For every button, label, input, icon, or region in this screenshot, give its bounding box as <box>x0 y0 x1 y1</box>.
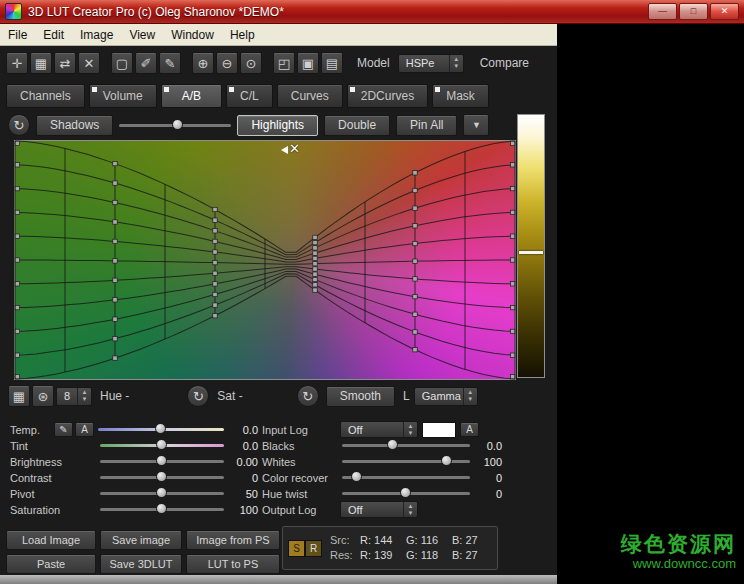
res-sample-swatch[interactable]: R <box>305 540 322 557</box>
slider-track[interactable] <box>342 444 470 447</box>
slider-thumb[interactable] <box>156 439 167 450</box>
menu-item-help[interactable]: Help <box>222 24 263 45</box>
load-image-button[interactable]: Load Image <box>6 530 96 550</box>
tab-cl[interactable]: C/L <box>226 84 273 108</box>
color-recover-slider[interactable] <box>342 470 470 486</box>
grid-divisions-spinner[interactable]: 8 ▲▼ <box>56 387 92 406</box>
input-log-spinner[interactable]: ▲▼ <box>403 422 417 437</box>
slider-thumb[interactable] <box>387 439 398 450</box>
input-log-select[interactable]: Off ▲▼ <box>340 421 418 438</box>
color-recover-row: Color recover 0 <box>262 470 502 485</box>
menu-item-image[interactable]: Image <box>72 24 121 45</box>
mesh-grid-tool-button[interactable]: ▦ <box>30 52 52 74</box>
slider-thumb[interactable] <box>156 471 167 482</box>
ab-color-plane[interactable]: ✕ <box>14 140 516 380</box>
mouse-cursor: ✕ <box>281 141 300 156</box>
src-sample-swatch[interactable]: S <box>288 540 305 557</box>
compare-label[interactable]: Compare <box>480 56 529 70</box>
collapse-tool-button[interactable]: ⇄ <box>54 52 76 74</box>
paste-button[interactable]: Paste <box>6 554 96 574</box>
minimize-button[interactable]: — <box>648 3 677 20</box>
pin-all-button[interactable]: Pin All <box>396 115 457 136</box>
menu-item-file[interactable]: File <box>0 24 35 45</box>
image-from-ps-button[interactable]: Image from PS <box>186 530 280 550</box>
frame-tool-button[interactable]: ◰ <box>273 52 295 74</box>
tab-curves[interactable]: Curves <box>277 84 343 108</box>
temp-slider[interactable] <box>98 422 224 438</box>
temp-pencil-button[interactable]: ✎ <box>54 422 73 437</box>
menu-item-edit[interactable]: Edit <box>35 24 72 45</box>
tab-2dcurves[interactable]: 2DCurves <box>347 84 428 108</box>
menu-item-view[interactable]: View <box>121 24 163 45</box>
lut-to-ps-button[interactable]: LUT to PS <box>186 554 280 574</box>
saturation-slider[interactable] <box>100 502 224 518</box>
tab-ab[interactable]: A/B <box>161 84 222 108</box>
zoom-in-button[interactable]: ⊕ <box>192 52 214 74</box>
sat-reset-button[interactable]: ↻ <box>297 385 319 407</box>
window-resize-border[interactable] <box>0 575 557 584</box>
input-auto-button[interactable]: A <box>460 422 479 437</box>
divisions-spinner-arrows[interactable]: ▲▼ <box>77 388 91 405</box>
close-button[interactable]: ✕ <box>710 3 739 20</box>
delete-tool-button[interactable]: ✕ <box>78 52 100 74</box>
checker-tool-button[interactable]: ▣ <box>297 52 319 74</box>
tint-slider[interactable] <box>100 438 224 454</box>
zoom-fit-button[interactable]: ⊙ <box>240 52 262 74</box>
tab-volume[interactable]: Volume <box>89 84 157 108</box>
luminance-marker[interactable] <box>519 251 543 254</box>
ab-mesh[interactable] <box>15 141 515 379</box>
double-button[interactable]: Double <box>324 115 390 136</box>
tab-mask[interactable]: Mask <box>432 84 489 108</box>
pivot-slider[interactable] <box>100 486 224 502</box>
pivot-row: Pivot 50 <box>10 486 258 501</box>
output-log-select[interactable]: Off ▲▼ <box>340 501 418 518</box>
shadows-highlights-slider[interactable] <box>119 117 231 133</box>
shadows-button[interactable]: Shadows <box>36 115 113 136</box>
gamma-spinner-arrows[interactable]: ▲▼ <box>463 388 477 405</box>
highlights-button[interactable]: Highlights <box>237 115 318 136</box>
marquee-tool-button[interactable]: ▢ <box>111 52 133 74</box>
model-select[interactable]: HSPe ▲▼ <box>398 54 464 73</box>
color-wheel-button[interactable]: ⊛ <box>32 385 54 407</box>
hue-label: Hue - <box>100 389 129 403</box>
tab-channels[interactable]: Channels <box>6 84 85 108</box>
grid-density-button[interactable]: ▦ <box>8 385 30 407</box>
title-bar[interactable]: 3D LUT Creator Pro (c) Oleg Sharonov *DE… <box>0 0 744 24</box>
tab-label: Curves <box>291 89 329 103</box>
color-recover-label: Color recover <box>262 472 340 484</box>
whites-slider[interactable] <box>342 454 470 470</box>
slider-thumb[interactable] <box>441 455 452 466</box>
model-spinner[interactable]: ▲▼ <box>449 55 463 72</box>
slider-thumb[interactable] <box>400 487 411 498</box>
slider-thumb[interactable] <box>156 455 167 466</box>
hue-twist-slider[interactable] <box>342 486 470 502</box>
brightness-slider[interactable] <box>100 454 224 470</box>
reference-color-swatch[interactable] <box>422 422 456 438</box>
sat-label: Sat - <box>217 389 242 403</box>
menu-item-window[interactable]: Window <box>163 24 222 45</box>
zoom-out-button[interactable]: ⊖ <box>216 52 238 74</box>
slider-thumb[interactable] <box>351 471 362 482</box>
slider-thumb[interactable] <box>155 423 166 434</box>
model-label: Model <box>357 56 390 70</box>
grid-options-dropdown-button[interactable]: ▼ <box>463 114 489 136</box>
luminance-bar[interactable] <box>517 114 545 378</box>
hue-reset-button[interactable]: ↻ <box>187 385 209 407</box>
reset-grid-button[interactable]: ↻ <box>8 114 30 136</box>
output-log-spinner[interactable]: ▲▼ <box>403 502 417 517</box>
save-image-button[interactable]: Save image <box>100 530 182 550</box>
save-3dlut-button[interactable]: Save 3DLUT <box>100 554 182 574</box>
smooth-button[interactable]: Smooth <box>326 386 395 407</box>
pen-tool-button[interactable]: ✎ <box>159 52 181 74</box>
slider-thumb[interactable] <box>172 119 183 130</box>
temp-auto-button[interactable]: A <box>75 422 94 437</box>
contrast-slider[interactable] <box>100 470 224 486</box>
slider-thumb[interactable] <box>156 503 167 514</box>
gamma-select[interactable]: Gamma ▲▼ <box>414 387 478 406</box>
blacks-slider[interactable] <box>342 438 470 454</box>
move-tool-button[interactable]: ✛ <box>6 52 28 74</box>
table-tool-button[interactable]: ▤ <box>321 52 343 74</box>
slider-thumb[interactable] <box>156 487 167 498</box>
maximize-button[interactable]: □ <box>679 3 708 20</box>
eyedropper-tool-button[interactable]: ✐ <box>135 52 157 74</box>
